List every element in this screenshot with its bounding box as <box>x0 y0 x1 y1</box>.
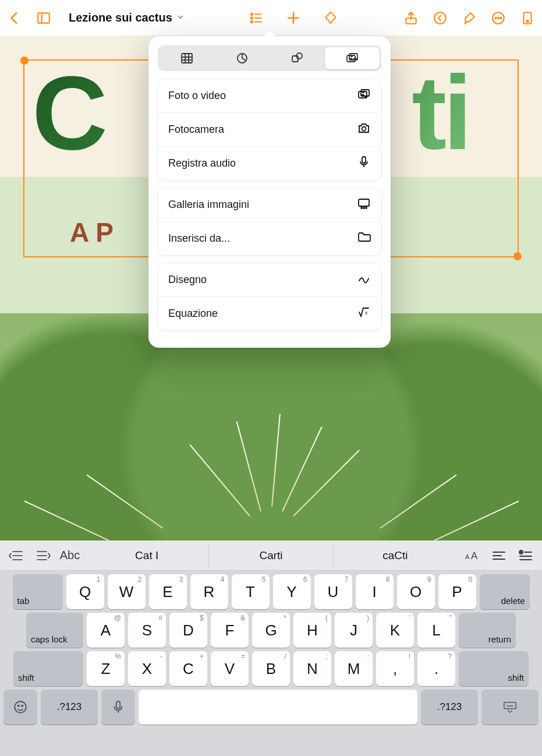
outline-icon[interactable] <box>247 9 265 27</box>
menu-drawing[interactable]: Disegno <box>158 263 381 297</box>
key-x[interactable]: -X <box>128 651 166 686</box>
apple-intelligence-icon[interactable] <box>322 9 339 27</box>
key-e[interactable]: 3E <box>149 574 187 609</box>
svg-rect-35 <box>359 199 369 206</box>
suggestion-2[interactable]: Carti <box>208 544 332 567</box>
indent-left-icon[interactable] <box>5 544 28 567</box>
key-space[interactable] <box>139 690 417 725</box>
selection-handle-bottom-right[interactable] <box>513 252 522 260</box>
text-size-icon[interactable]: AA <box>460 544 484 567</box>
svg-text:x: x <box>365 310 368 316</box>
sidebar-icon[interactable] <box>35 9 52 27</box>
key-g[interactable]: *G <box>252 613 290 648</box>
key-d[interactable]: $D <box>169 613 207 648</box>
share-icon[interactable] <box>402 9 420 27</box>
menu-label: Equazione <box>168 308 218 320</box>
key-delete[interactable]: delete <box>480 574 530 609</box>
tab-media-icon[interactable] <box>325 47 380 69</box>
menu-label: Foto o video <box>168 90 226 102</box>
insert-popover: Foto o video Fotocamera Registra audio G… <box>148 36 391 348</box>
key-n[interactable]: ;N <box>293 651 331 686</box>
key-shift-right[interactable]: shift <box>459 651 529 686</box>
tab-charts-icon[interactable] <box>215 47 270 69</box>
insert-block-icon[interactable] <box>514 544 537 567</box>
selection-handle-top-left[interactable] <box>20 56 29 65</box>
svg-point-11 <box>434 12 446 24</box>
key-o[interactable]: 9O <box>397 574 435 609</box>
svg-point-38 <box>366 207 367 209</box>
key-p[interactable]: 0P <box>438 574 476 609</box>
key-tab[interactable]: tab <box>13 574 63 609</box>
abc-button[interactable]: Abc <box>58 544 82 567</box>
menu-insert-from[interactable]: Inserisci da... <box>158 222 381 255</box>
key-symbols-right[interactable]: .?123 <box>421 690 478 725</box>
menu-image-gallery[interactable]: Galleria immagini <box>158 188 381 222</box>
key-y[interactable]: 6Y <box>273 574 311 609</box>
key-l[interactable]: "L <box>417 613 455 648</box>
key-j[interactable]: )J <box>335 613 373 648</box>
menu-equation[interactable]: Equazione x <box>158 297 381 330</box>
menu-label: Disegno <box>168 274 207 286</box>
key-i[interactable]: 8I <box>356 574 394 609</box>
suggestion-3[interactable]: caCti <box>333 544 457 567</box>
key-w[interactable]: 2W <box>108 574 146 609</box>
key-z[interactable]: %Z <box>87 651 125 686</box>
svg-point-37 <box>363 207 364 209</box>
menu-label: Registra audio <box>168 157 236 169</box>
key-h[interactable]: (H <box>293 613 331 648</box>
more-icon[interactable] <box>490 9 507 27</box>
document-options-icon[interactable] <box>519 9 536 27</box>
suggestions-bar: Cat I Carti caCti <box>85 544 457 567</box>
format-brush-icon[interactable] <box>460 9 478 27</box>
camera-icon <box>357 121 371 138</box>
back-icon[interactable] <box>6 9 23 27</box>
key-b[interactable]: /B <box>252 651 290 686</box>
key-c[interactable]: +C <box>169 651 207 686</box>
key-capslock[interactable]: caps lock <box>26 613 83 648</box>
svg-point-36 <box>361 207 362 209</box>
insert-plus-icon[interactable] <box>285 9 302 27</box>
photos-icon <box>357 87 371 104</box>
key-q[interactable]: 1Q <box>66 574 104 609</box>
equation-icon: x <box>357 305 371 322</box>
key-shift-left[interactable]: shift <box>13 651 83 686</box>
menu-photo-video[interactable]: Foto o video <box>158 79 381 113</box>
undo-icon[interactable] <box>431 9 449 27</box>
menu-group-2: Galleria immagini Inserisci da... <box>158 188 381 255</box>
key-period[interactable]: ?. <box>417 651 455 686</box>
keyboard-toolbar: Abc Cat I Carti caCti AA <box>0 540 542 571</box>
key-s[interactable]: #S <box>128 613 166 648</box>
key-return[interactable]: return <box>459 613 516 648</box>
key-a[interactable]: @A <box>87 613 125 648</box>
key-u[interactable]: 7U <box>314 574 352 609</box>
svg-point-59 <box>22 705 23 706</box>
document-title[interactable]: Lezione sui cactus <box>69 11 185 24</box>
keyboard: Abc Cat I Carti caCti AA tab 1Q 2W 3E 4R… <box>0 540 542 756</box>
indent-right-icon[interactable] <box>31 544 55 567</box>
menu-camera[interactable]: Fotocamera <box>158 113 381 147</box>
tab-shapes-icon[interactable] <box>270 47 325 69</box>
align-icon[interactable] <box>487 544 511 567</box>
menu-record-audio[interactable]: Registra audio <box>158 147 381 180</box>
key-dismiss-keyboard[interactable] <box>481 690 539 725</box>
keyboard-rows: tab 1Q 2W 3E 4R 5T 6Y 7U 8I 9O 0P delete… <box>0 571 542 732</box>
key-f[interactable]: &F <box>211 613 249 648</box>
svg-point-14 <box>498 17 499 18</box>
key-k[interactable]: 'K <box>376 613 414 648</box>
key-v[interactable]: =V <box>211 651 249 686</box>
key-symbols-left[interactable]: .?123 <box>41 690 98 725</box>
menu-label: Fotocamera <box>168 123 224 136</box>
svg-point-31 <box>363 91 364 93</box>
suggestion-1[interactable]: Cat I <box>85 544 208 567</box>
key-dictation[interactable] <box>101 690 135 725</box>
key-t[interactable]: 5T <box>232 574 270 609</box>
tab-tables-icon[interactable] <box>160 47 215 69</box>
key-emoji[interactable] <box>3 690 37 725</box>
svg-point-58 <box>18 705 19 706</box>
svg-rect-33 <box>362 157 366 163</box>
key-m[interactable]: :M <box>335 651 373 686</box>
key-r[interactable]: 4R <box>190 574 228 609</box>
key-comma[interactable]: !, <box>376 651 414 686</box>
menu-label: Inserisci da... <box>168 232 230 245</box>
svg-point-13 <box>495 17 497 18</box>
